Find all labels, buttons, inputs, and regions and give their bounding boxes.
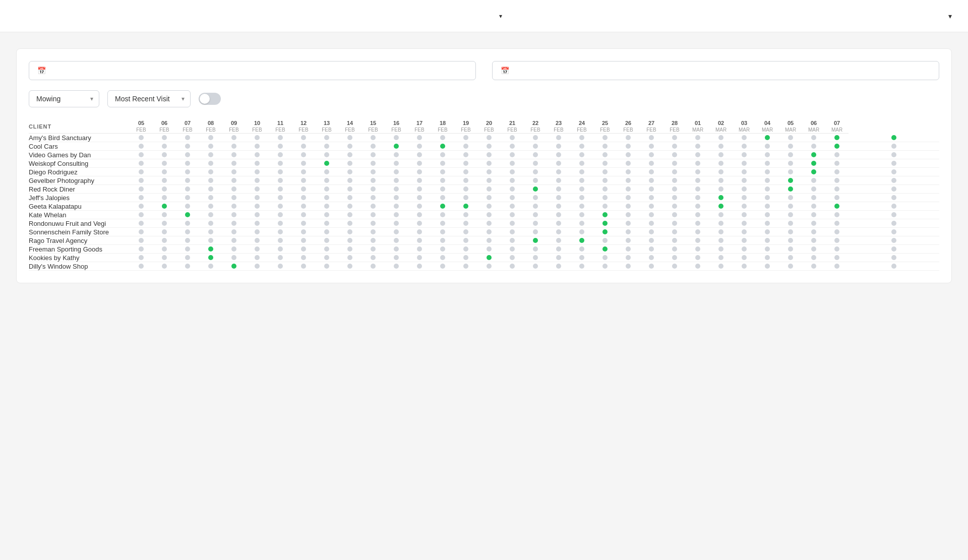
visit-dot-empty — [533, 152, 538, 157]
visit-dot-empty — [440, 255, 445, 260]
visit-dot-filled — [533, 186, 538, 192]
dot-cell-11-4 — [222, 228, 246, 236]
nav-reports[interactable]: ▾ — [497, 13, 502, 20]
visit-dot-empty — [139, 186, 144, 192]
visit-dot-empty — [695, 178, 700, 183]
col-header-date-30: 07MAR — [825, 119, 849, 134]
visit-dot-empty — [162, 264, 167, 269]
dot-cell-2-29 — [802, 151, 825, 159]
dot-cell-10-0 — [130, 219, 153, 228]
dot-cell-8-17 — [524, 202, 547, 211]
visit-dot-filled — [463, 204, 468, 209]
dot-cell-9-2 — [176, 211, 199, 219]
dot-cell-10-26 — [733, 219, 756, 228]
col-header-date-23: 28FEB — [663, 119, 686, 134]
visit-dot-empty — [231, 152, 236, 157]
dot-cell-7-21 — [617, 194, 640, 202]
col-header-date-3: 08FEB — [199, 119, 222, 134]
visit-dot-empty — [788, 221, 793, 226]
dot-cell-15-20 — [593, 262, 617, 271]
visit-dot-empty — [649, 178, 654, 183]
visit-dot-empty — [417, 186, 422, 192]
dot-cell-12-22 — [640, 236, 663, 245]
dot-cell-3-7 — [292, 159, 315, 168]
dot-cell-8-28 — [779, 202, 802, 211]
sort-select[interactable]: Most Recent Visit Alphabetical Least Rec… — [107, 90, 191, 107]
dot-cell-3-20 — [593, 159, 617, 168]
visit-dot-filled — [440, 204, 445, 209]
week-view-toggle[interactable] — [199, 93, 221, 105]
visit-dot-empty — [579, 144, 584, 149]
dot-cell-1-12 — [408, 142, 431, 151]
dot-cell-14-31 — [849, 254, 939, 262]
dot-cell-2-19 — [570, 151, 593, 159]
table-row: Rago Travel Agency — [29, 236, 939, 245]
dot-cell-6-14 — [454, 185, 477, 194]
date-to-input[interactable]: 📅 — [492, 61, 939, 80]
visit-dot-empty — [533, 246, 538, 252]
date-from-input[interactable]: 📅 — [29, 61, 476, 80]
dot-cell-14-23 — [663, 254, 686, 262]
dot-cell-8-30 — [825, 202, 849, 211]
visit-dot-empty — [556, 169, 561, 174]
dot-cell-14-9 — [338, 254, 361, 262]
dot-cell-1-24 — [686, 142, 709, 151]
header: ▾ ▾ — [0, 0, 968, 32]
dot-cell-1-31 — [849, 142, 939, 151]
visit-dot-empty — [440, 212, 445, 217]
visit-dot-empty — [718, 246, 723, 252]
visit-dot-empty — [278, 135, 283, 140]
dot-cell-11-6 — [269, 228, 292, 236]
visit-dot-empty — [742, 238, 747, 243]
col-header-date-17: 22FEB — [524, 119, 547, 134]
visit-dot-empty — [695, 246, 700, 252]
visit-dot-empty — [742, 144, 747, 149]
dot-cell-2-11 — [385, 151, 408, 159]
visit-dot-empty — [162, 255, 167, 260]
visit-dot-filled — [602, 212, 608, 217]
visit-dot-empty — [394, 264, 399, 269]
dot-cell-4-1 — [153, 168, 176, 176]
visit-dot-empty — [510, 238, 515, 243]
dot-cell-11-16 — [501, 228, 524, 236]
visit-dot-empty — [742, 204, 747, 209]
visit-dot-empty — [255, 221, 260, 226]
visit-dot-empty — [440, 152, 445, 157]
visit-dot-empty — [765, 169, 770, 174]
visit-dot-empty — [487, 229, 492, 234]
visit-dot-empty — [579, 195, 584, 200]
visit-dot-empty — [788, 144, 793, 149]
dot-cell-14-16 — [501, 254, 524, 262]
date-range-row: 📅 📅 — [29, 61, 939, 80]
visit-dot-empty — [765, 161, 770, 166]
visit-dot-empty — [788, 135, 793, 140]
dot-cell-13-19 — [570, 245, 593, 254]
visit-dot-empty — [371, 212, 376, 217]
visit-dot-empty — [695, 144, 700, 149]
visit-dot-empty — [695, 238, 700, 243]
visit-dot-empty — [324, 238, 329, 243]
visit-dot-empty — [185, 144, 190, 149]
dot-cell-15-27 — [756, 262, 779, 271]
dot-cell-14-30 — [825, 254, 849, 262]
dot-cell-9-9 — [338, 211, 361, 219]
service-select[interactable]: Mowing Trimming Fertilizing — [29, 90, 99, 107]
week-view-toggle-wrapper — [199, 93, 226, 105]
visit-dot-empty — [185, 152, 190, 157]
dot-cell-10-23 — [663, 219, 686, 228]
dot-cell-10-17 — [524, 219, 547, 228]
dot-cell-15-16 — [501, 262, 524, 271]
visit-dot-empty — [765, 212, 770, 217]
visit-dot-empty — [891, 204, 896, 209]
visit-dot-empty — [208, 221, 213, 226]
dot-cell-2-30 — [825, 151, 849, 159]
dot-cell-0-4 — [222, 134, 246, 142]
dot-cell-15-26 — [733, 262, 756, 271]
dot-cell-4-18 — [547, 168, 570, 176]
visit-dot-filled — [811, 169, 816, 174]
visit-dot-filled — [834, 144, 839, 149]
user-menu[interactable]: ▾ — [945, 12, 952, 20]
dot-cell-6-23 — [663, 185, 686, 194]
dot-cell-13-0 — [130, 245, 153, 254]
dot-cell-10-2 — [176, 219, 199, 228]
